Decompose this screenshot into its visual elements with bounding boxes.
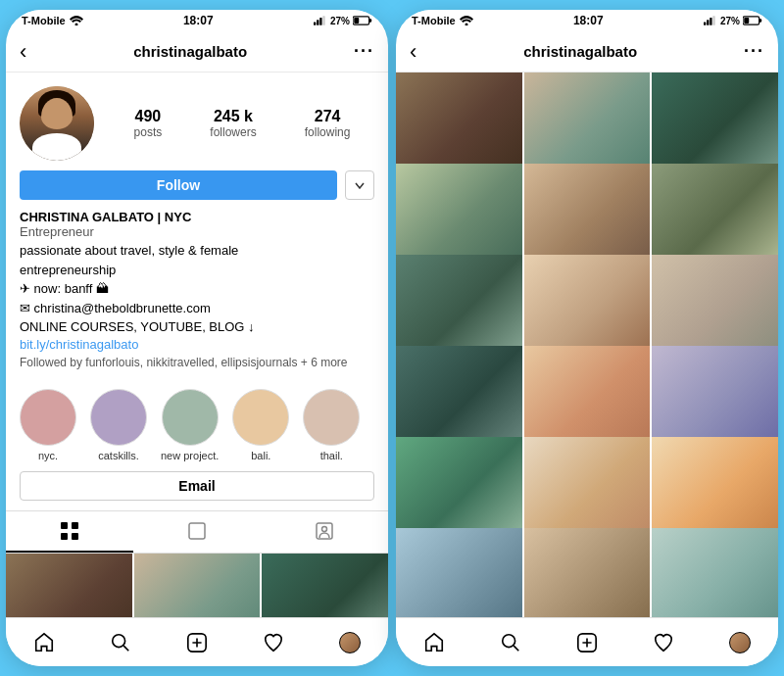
highlight-catskills[interactable]: catskills. [90,389,147,461]
phone-right: T-Mobile 18:07 27% ‹ chri [396,10,778,666]
bio-line3: ✈ now: banff 🏔 [20,281,109,296]
photo-grid [396,72,778,617]
wifi-icon-r [460,16,473,25]
grid-cell-2[interactable] [134,554,261,618]
profile-button-r[interactable] [718,621,761,664]
search-button-r[interactable] [489,621,532,664]
status-left: T-Mobile [22,15,83,26]
add-button[interactable] [175,621,219,664]
bio-email: ✉ christina@theboldbrunette.com [20,301,211,315]
highlight-label-catskills: catskills. [98,450,139,461]
chevron-down-icon [355,182,365,189]
highlight-label-nyc: nyc. [38,450,58,461]
back-button[interactable]: ‹ [20,39,26,65]
bio-followed-by: Followed by funforlouis, nikkitravelled,… [20,356,374,369]
search-icon-r [500,632,521,653]
profile-avatar-small-r [729,632,751,653]
highlight-bali[interactable]: bali. [232,389,289,461]
heart-icon-r [653,632,674,653]
battery-icon [353,16,372,25]
home-button-r[interactable] [413,621,456,664]
stat-posts[interactable]: 490 posts [134,108,163,139]
status-bar-right: T-Mobile 18:07 27% [396,10,778,31]
bio-section: CHRISTINA GALBATO | NYC Entrepreneur pas… [6,210,388,379]
tab-reels[interactable] [133,511,261,553]
photo-18[interactable] [652,528,778,617]
svg-rect-9 [72,522,78,529]
bio-url[interactable]: bit.ly/christinagalbato [20,337,374,352]
tab-grid[interactable] [6,511,133,553]
svg-line-29 [514,646,518,651]
svg-rect-11 [72,533,78,540]
square-icon [187,521,207,541]
highlight-label-bali: bali. [251,450,270,461]
battery-icon-r [743,16,762,25]
bio-tagline: Entrepreneur [20,224,374,239]
svg-point-28 [503,634,515,647]
dropdown-button[interactable] [345,170,374,200]
svg-rect-24 [712,16,714,24]
grid-preview [6,554,388,618]
heart-button[interactable] [252,621,295,664]
following-count: 274 [315,108,341,125]
status-bar-left: T-Mobile 18:07 27% [6,10,388,31]
home-icon-r [423,632,445,653]
stat-followers[interactable]: 245 k followers [210,108,256,139]
email-button-row: Email [6,471,388,510]
stat-following[interactable]: 274 following [305,108,351,139]
svg-rect-2 [317,20,318,24]
following-label: following [305,125,351,139]
email-button[interactable]: Email [20,471,374,501]
more-button-right[interactable]: ··· [744,41,764,62]
signal-icon [314,16,327,25]
followers-label: followers [210,125,256,139]
posts-count: 490 [135,108,162,125]
heart-icon [263,632,284,653]
svg-rect-4 [322,16,324,24]
highlight-circle-thai [303,389,360,446]
add-icon-r [576,632,598,653]
highlight-thai[interactable]: thail. [303,389,360,461]
home-icon [33,632,55,653]
home-button[interactable] [23,621,66,664]
highlight-newproject[interactable]: new project. [161,389,219,461]
more-button-left[interactable]: ··· [354,41,374,62]
highlight-circle-newproject [162,389,219,446]
svg-rect-1 [314,23,316,25]
search-icon [110,632,131,653]
tab-tagged[interactable] [261,511,388,553]
highlights-row: nyc. catskills. new project. bali. thail… [6,379,388,471]
grid-cell-3[interactable] [262,554,388,618]
svg-rect-21 [704,23,706,25]
top-nav-right: ‹ christinagalbato ··· [396,31,778,72]
person-icon [315,521,334,541]
follow-button[interactable]: Follow [20,170,337,200]
photo-17[interactable] [524,528,651,617]
posts-label: posts [134,125,163,139]
add-icon [186,632,208,653]
grid-cell-1[interactable] [6,554,132,618]
highlight-circle-nyc [20,389,76,446]
bio-links: ONLINE COURSES, YOUTUBE, BLOG ↓ [20,319,255,334]
highlight-label-thai: thail. [320,450,343,461]
grid-icon [60,521,79,541]
battery-text: 27% [330,16,350,26]
photo-16[interactable] [396,528,522,617]
tab-bar-left [6,510,388,554]
bottom-nav-left [6,617,388,666]
buttons-row: Follow [6,170,388,210]
carrier-text-r: T-Mobile [412,15,456,26]
battery-text-r: 27% [720,16,740,26]
profile-button[interactable] [328,621,371,664]
heart-button-r[interactable] [642,621,685,664]
wifi-icon [70,16,83,25]
search-button[interactable] [99,621,142,664]
add-button-r[interactable] [565,621,609,664]
highlight-circle-catskills [90,389,147,446]
highlight-nyc[interactable]: nyc. [20,389,76,461]
back-button-r[interactable]: ‹ [410,39,416,65]
bio-name: CHRISTINA GALBATO | NYC [20,210,374,224]
svg-rect-7 [354,18,359,24]
profile-avatar-small [339,632,361,653]
bio-line1: passionate about travel, style & female [20,243,238,258]
